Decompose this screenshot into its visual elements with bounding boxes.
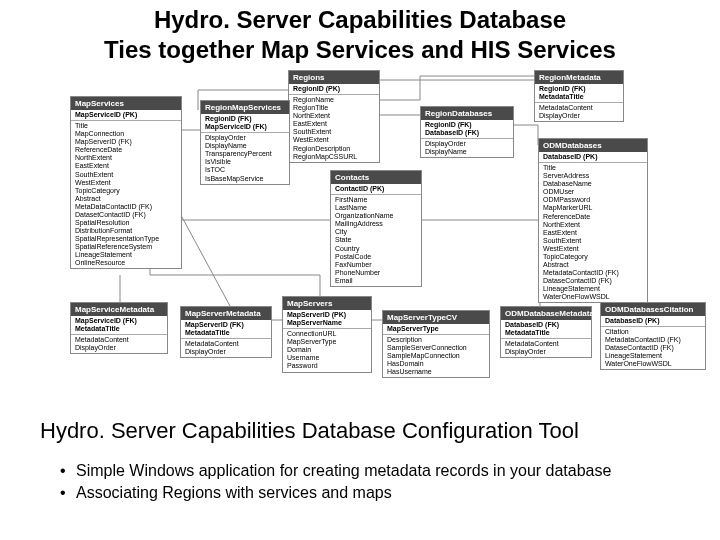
table-region-databases: RegionDatabases RegionID (FK)DatabaseID … xyxy=(420,106,514,158)
table-map-servers: MapServers MapServerID (PK)MapServerName… xyxy=(282,296,372,373)
table-region-map-services: RegionMapServices RegionID (FK)MapServic… xyxy=(200,100,290,185)
table-odm-databases: ODMDatabases DatabaseID (PK) TitleServer… xyxy=(538,138,648,303)
title-line-1: Hydro. Server Capabilities Database xyxy=(154,6,566,33)
table-map-service-metadata: MapServiceMetadata MapServiceID (FK)Meta… xyxy=(70,302,168,354)
table-odm-database-metadata: ODMDatabaseMetadata DatabaseID (FK)Metad… xyxy=(500,306,592,358)
er-diagram: Regions RegionID (PK) RegionNameRegionTi… xyxy=(50,70,670,410)
table-regions: Regions RegionID (PK) RegionNameRegionTi… xyxy=(288,70,380,163)
section-caption: Hydro. Server Capabilities Database Conf… xyxy=(40,418,680,444)
table-region-metadata: RegionMetadata RegionID (FK)MetadataTitl… xyxy=(534,70,624,122)
slide-title: Hydro. Server Capabilities Database Ties… xyxy=(0,5,720,65)
bullet-list: Simple Windows application for creating … xyxy=(60,460,660,503)
table-map-server-metadata: MapServerMetadata MapServerID (FK)Metada… xyxy=(180,306,272,358)
bullet-item: Simple Windows application for creating … xyxy=(60,460,660,482)
bullet-item: Associating Regions with services and ma… xyxy=(60,482,660,504)
title-line-2: Ties together Map Services and HIS Servi… xyxy=(104,36,616,63)
table-contacts: Contacts ContactID (PK) FirstNameLastNam… xyxy=(330,170,422,287)
table-map-services: MapServices MapServiceID (PK) TitleMapCo… xyxy=(70,96,182,269)
table-map-server-type-cv: MapServerTypeCV MapServerType Descriptio… xyxy=(382,310,490,378)
table-odm-databases-citation: ODMDatabasesCitation DatabaseID (PK) Cit… xyxy=(600,302,706,370)
